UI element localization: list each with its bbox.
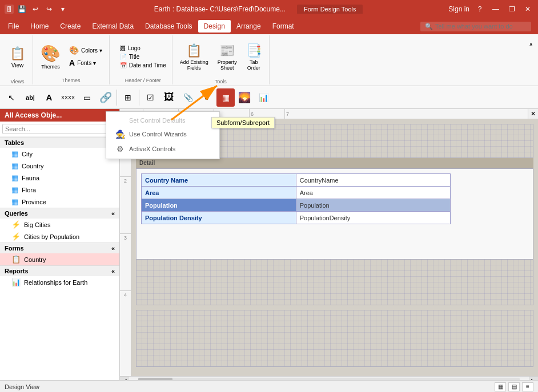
maximize-btn[interactable]: ❐ [506, 3, 517, 15]
themes-stack: 🎨 Colors ▾ A Fonts ▾ [66, 45, 106, 68]
view-toggle-btn1[interactable]: ▦ [495, 382, 506, 391]
ribbon-search-input[interactable] [435, 23, 527, 30]
property-sheet-label: PropertySheet [218, 59, 237, 71]
qat-dropdown[interactable]: ▾ [57, 3, 69, 15]
province-label: Province [22, 199, 46, 205]
menu-database-tools[interactable]: Database Tools [139, 20, 198, 33]
attach-btn[interactable]: 📊 [254, 88, 272, 107]
save-btn[interactable]: 💾 [16, 3, 27, 15]
sign-in-btn[interactable]: Sign in [448, 5, 469, 13]
unbound-obj-btn[interactable]: 📎 [179, 88, 197, 107]
nav-item-country-form[interactable]: 📋 Country [0, 253, 119, 265]
select-tool-btn[interactable]: ↖ [2, 88, 21, 107]
view-toggle-btn2[interactable]: ▤ [508, 382, 520, 391]
property-sheet-button[interactable]: 📰 PropertySheet [214, 37, 241, 78]
title-bar-left-controls: 🗄 💾 ↩ ↪ ▾ [5, 3, 69, 15]
separator-2 [139, 90, 139, 106]
tab-order-button[interactable]: 📑 TabOrder [242, 37, 266, 78]
city-label: City [22, 151, 33, 157]
menu-file[interactable]: File [2, 20, 25, 33]
ctx-activex[interactable]: ⚙ ActiveX Controls [106, 142, 219, 156]
view-button[interactable]: 📋 View [6, 37, 29, 78]
ribbon-group-header-footer: 🖼 Logo 📄 Title 📅 Date and Time Header / … [114, 35, 172, 84]
horizontal-scrollbar[interactable]: ◀ ▶ [120, 376, 538, 380]
image-btn[interactable]: 🖼 [160, 88, 178, 107]
label-btn[interactable]: A [40, 88, 58, 107]
hyperlink-btn[interactable]: 🔗 [97, 88, 115, 107]
ribbon-collapse-btn[interactable]: ∧ [526, 38, 536, 50]
left-panel-title: All Access Obje... ≡ [0, 109, 119, 122]
title-bar: 🗄 💾 ↩ ↪ ▾ Earth : Database- C:\Users\Fre… [0, 0, 538, 18]
queries-section: Queries « [0, 208, 119, 219]
ctx-set-defaults: Set Control Defaults [106, 114, 219, 127]
tab-ctrl-btn[interactable]: ▭ [78, 88, 96, 107]
text-box-btn[interactable]: ab| [21, 88, 39, 107]
view-toggle-btn3[interactable]: ≡ [522, 382, 533, 391]
date-time-button[interactable]: 📅 Date and Time [118, 62, 168, 69]
tools-content: 📋 Add ExistingFields 📰 PropertySheet 📑 T… [176, 37, 266, 78]
nav-ctrl-btn[interactable]: ⊞ [119, 88, 137, 107]
ribbon-group-views: 📋 View Views [2, 35, 33, 84]
form-fields-table: Country Name CountryName Area Area Popul… [141, 173, 451, 224]
button-ctrl-btn[interactable]: XXXX [59, 88, 77, 107]
themes-group-label: Themes [62, 76, 81, 83]
menu-create[interactable]: Create [54, 20, 86, 33]
design-area-close-btn[interactable]: ✕ [528, 109, 538, 119]
logo-button[interactable]: 🖼 Logo [118, 45, 168, 52]
table-row-area[interactable]: Area Area [142, 187, 451, 199]
scroll-thumb[interactable] [138, 378, 172, 381]
colors-label: Colors ▾ [81, 47, 102, 54]
nav-item-province[interactable]: ▦ Province [0, 196, 119, 208]
title-button[interactable]: 📄 Title [118, 53, 168, 60]
menu-home[interactable]: Home [25, 20, 54, 33]
datetime-label: Date and Time [129, 62, 166, 68]
subform-subreport-btn[interactable]: ▦ [216, 88, 235, 107]
redo-btn[interactable]: ↪ [43, 3, 55, 15]
nav-item-big-cities[interactable]: ⚡ Big Cities [0, 219, 119, 231]
queries-label: Queries [5, 210, 28, 217]
search-input[interactable] [2, 124, 117, 134]
hf-items: 🖼 Logo 📄 Title 📅 Date and Time [118, 45, 168, 69]
countryname-label-cell: Country Name [142, 174, 296, 187]
fauna-label: Fauna [22, 175, 39, 181]
menu-design[interactable]: Design [198, 20, 231, 33]
ribbon-content: 📋 View Views 🎨 Themes 🎨 Colors ▾ [0, 34, 538, 86]
image2-btn[interactable]: 🌄 [235, 88, 254, 107]
ctx-wizard-label: Use Control Wizards [129, 131, 187, 138]
check-box-btn[interactable]: ☑ [141, 88, 159, 107]
undo-btn[interactable]: ↩ [30, 3, 41, 15]
menu-arrange[interactable]: Arrange [231, 20, 267, 33]
ctx-use-wizards[interactable]: 🧙 Use Control Wizards [106, 127, 219, 142]
fonts-button[interactable]: A Fonts ▾ [66, 57, 106, 68]
nav-item-country-table[interactable]: ▦ Country [0, 160, 119, 172]
nav-item-relationships[interactable]: 📊 Relationships for Earth [0, 276, 119, 288]
table-row-population[interactable]: Population Population [142, 199, 451, 212]
nav-item-fauna[interactable]: ▦ Fauna [0, 172, 119, 184]
table-row-popdens[interactable]: Population Density PopulationDensity [142, 212, 451, 224]
minimize-btn[interactable]: — [490, 3, 501, 15]
separator-1 [117, 90, 117, 106]
table-row-countryname[interactable]: Country Name CountryName [142, 174, 451, 187]
country-form-label: Country [24, 256, 46, 263]
add-existing-fields-button[interactable]: 📋 Add ExistingFields [176, 37, 212, 78]
menu-external-data[interactable]: External Data [86, 20, 139, 33]
form-detail-area[interactable]: Country Name CountryName Area Area Popul… [136, 168, 533, 260]
themes-button[interactable]: 🎨 Themes [37, 39, 65, 74]
reports-collapse-icon[interactable]: « [111, 268, 115, 274]
help-btn[interactable]: ? [474, 3, 485, 15]
main-layout: All Access Obje... ≡ Tables « ▦ City ▦ C… [0, 109, 538, 380]
scroll-right-btn[interactable]: ▶ [529, 377, 538, 381]
queries-collapse-icon[interactable]: « [111, 210, 115, 217]
forms-collapse-icon[interactable]: « [111, 245, 115, 252]
nav-item-cities-by-pop[interactable]: ⚡ Cities by Population [0, 231, 119, 243]
radio-btn[interactable]: ● [198, 88, 216, 107]
left-panel: All Access Obje... ≡ Tables « ▦ City ▦ C… [0, 109, 120, 380]
area-label-cell: Area [142, 187, 296, 199]
close-btn[interactable]: ✕ [522, 3, 533, 15]
nav-item-flora[interactable]: ▦ Flora [0, 184, 119, 196]
nav-item-city[interactable]: ▦ City [0, 148, 119, 160]
ruler-v-mark-3: 3 [120, 233, 131, 290]
menu-format[interactable]: Format [267, 20, 300, 33]
scroll-left-btn[interactable]: ◀ [120, 377, 129, 381]
colors-button[interactable]: 🎨 Colors ▾ [66, 45, 106, 56]
